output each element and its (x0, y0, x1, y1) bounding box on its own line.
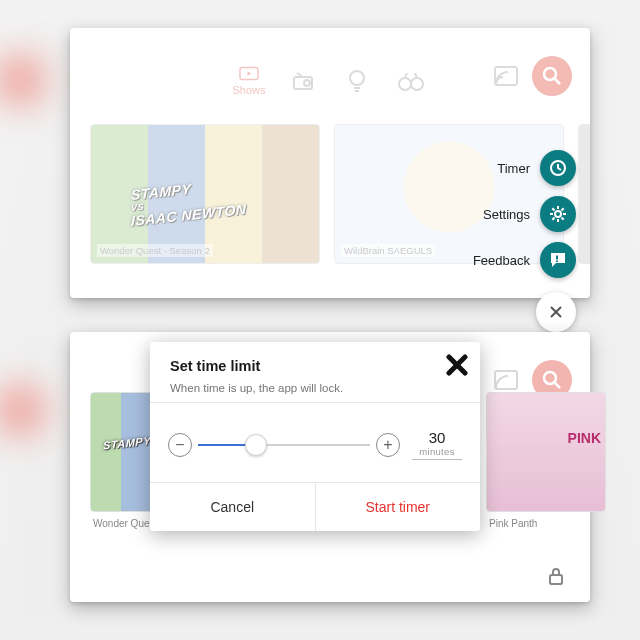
feedback-icon (540, 242, 576, 278)
time-value-field[interactable]: 30 minutes (412, 429, 462, 460)
thumb-banner: STAMPY (103, 434, 151, 451)
video-title: WildBrain SAEGULS (341, 244, 435, 257)
svg-line-29 (555, 383, 560, 388)
video-title: Wonder Quest - Season 2 (97, 244, 213, 257)
thumb-banner: STAMPY VSISAAC NEWTON (131, 175, 246, 229)
svg-point-8 (399, 78, 411, 90)
search-icon (542, 66, 562, 86)
fab-speed-dial: Timer Settings Feedback (473, 150, 576, 332)
search-icon (542, 370, 562, 390)
svg-line-12 (555, 79, 560, 84)
bulb-icon (346, 68, 368, 94)
time-slider[interactable] (198, 433, 370, 457)
set-time-limit-dialog: Set time limit When time is up, the app … (150, 342, 480, 531)
fab-close-button[interactable] (536, 292, 576, 332)
nav-shows-label: Shows (232, 84, 265, 96)
cancel-button[interactable]: Cancel (150, 483, 316, 531)
cast-icon[interactable] (494, 370, 518, 390)
screenshot-timer-dialog: STAMPY Wonder Quest - Sea PINK Pink Pant… (70, 332, 590, 602)
video-thumb[interactable]: STAMPY VSISAAC NEWTON Wonder Quest - Sea… (90, 124, 320, 264)
dialog-close-button[interactable] (446, 352, 468, 383)
nav-shows[interactable]: Shows (234, 66, 264, 96)
fab-label: Feedback (473, 253, 530, 268)
stacked-screenshots: Shows STAMPY VSISAA (70, 28, 590, 602)
dialog-title: Set time limit (170, 358, 464, 374)
screenshot-fab-menu: Shows STAMPY VSISAA (70, 28, 590, 298)
fab-item-feedback[interactable]: Feedback (473, 242, 576, 278)
svg-line-21 (552, 218, 554, 220)
svg-line-19 (552, 208, 554, 210)
nav-music[interactable] (288, 66, 318, 96)
svg-point-11 (544, 68, 556, 80)
video-thumb[interactable]: PINK Pink Panth (486, 392, 606, 512)
close-icon (446, 354, 468, 376)
fab-item-settings[interactable]: Settings (483, 196, 576, 232)
decrement-button[interactable]: − (168, 433, 192, 457)
increment-button[interactable]: + (376, 433, 400, 457)
svg-rect-23 (556, 256, 558, 260)
binoculars-icon (397, 70, 425, 92)
dialog-body: − + 30 minutes (150, 402, 480, 482)
cast-icon[interactable] (494, 66, 518, 86)
nav-learning[interactable] (342, 66, 372, 96)
dialog-header: Set time limit When time is up, the app … (150, 342, 480, 402)
svg-point-28 (544, 372, 556, 384)
dialog-actions: Cancel Start timer (150, 482, 480, 531)
dialog-subtitle: When time is up, the app will lock. (170, 382, 464, 394)
svg-line-22 (562, 208, 564, 210)
fab-item-timer[interactable]: Timer (497, 150, 576, 186)
gear-icon (540, 196, 576, 232)
svg-point-3 (304, 80, 310, 86)
time-unit: minutes (412, 446, 462, 457)
slider-knob[interactable] (245, 434, 267, 456)
nav-explore[interactable] (396, 66, 426, 96)
lock-button[interactable] (538, 558, 574, 594)
fab-label: Settings (483, 207, 530, 222)
lock-icon (548, 567, 564, 585)
video-title: Pink Panth (489, 518, 537, 529)
svg-line-20 (562, 218, 564, 220)
close-icon (548, 304, 564, 320)
svg-point-9 (411, 78, 423, 90)
fab-label: Timer (497, 161, 530, 176)
svg-point-5 (350, 71, 364, 85)
svg-marker-1 (248, 71, 252, 76)
clock-icon (540, 150, 576, 186)
time-value: 30 (412, 429, 462, 446)
tv-icon (235, 66, 263, 81)
thumb-overlay-text: PINK (568, 431, 601, 445)
video-thumb-peek[interactable] (578, 124, 590, 264)
header-right (494, 56, 572, 96)
svg-rect-30 (550, 575, 562, 584)
start-timer-button[interactable]: Start timer (316, 483, 481, 531)
search-button[interactable] (532, 56, 572, 96)
radio-icon (291, 69, 315, 93)
svg-point-14 (555, 211, 561, 217)
svg-rect-24 (556, 261, 558, 263)
